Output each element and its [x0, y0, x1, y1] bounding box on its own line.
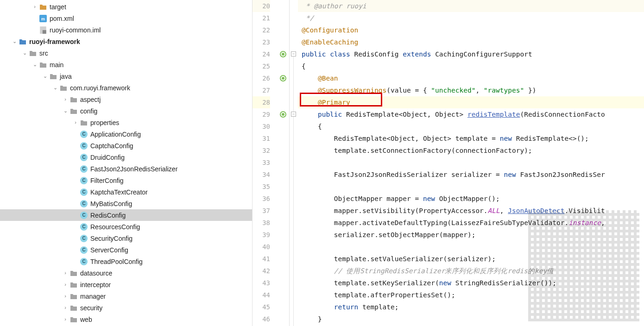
- line-number[interactable]: 41: [253, 253, 270, 265]
- spring-bean-icon[interactable]: [280, 111, 286, 118]
- line-number[interactable]: 40: [253, 241, 270, 253]
- expand-arrow[interactable]: ›: [61, 313, 69, 325]
- tree-item-src[interactable]: ⌄src: [0, 47, 252, 59]
- line-number[interactable]: 24: [253, 48, 270, 60]
- tree-item-redisconfig[interactable]: CRedisConfig: [0, 209, 252, 221]
- code-line[interactable]: {: [298, 120, 644, 132]
- tree-item-securityconfig[interactable]: CSecurityConfig: [0, 232, 252, 244]
- tree-item-interceptor[interactable]: ›interceptor: [0, 279, 252, 290]
- line-number[interactable]: 34: [253, 169, 270, 181]
- line-number-gutter[interactable]: 2021222324252627282930313233343536373839…: [253, 0, 277, 326]
- line-number[interactable]: 29: [253, 108, 270, 120]
- code-area[interactable]: * @author ruoyi */@Configuration@EnableC…: [298, 0, 644, 326]
- code-line[interactable]: @Bean: [298, 72, 644, 84]
- code-line[interactable]: [298, 157, 644, 169]
- spring-bean-icon[interactable]: [280, 75, 286, 82]
- code-line[interactable]: serializer.setObjectMapper(mapper);: [298, 229, 644, 241]
- line-number[interactable]: 37: [253, 205, 270, 217]
- line-number[interactable]: 39: [253, 229, 270, 241]
- code-line[interactable]: template.afterPropertiesSet();: [298, 289, 644, 301]
- tree-item-aspectj[interactable]: ›aspectj: [0, 94, 252, 105]
- line-number[interactable]: 45: [253, 301, 270, 313]
- fold-toggle[interactable]: −: [291, 51, 296, 56]
- code-line[interactable]: @Primary: [298, 96, 644, 108]
- tree-item-serverconfig[interactable]: CServerConfig: [0, 244, 252, 256]
- tree-item-main[interactable]: ⌄main: [0, 59, 252, 70]
- expand-arrow[interactable]: ⌄: [51, 82, 59, 94]
- tree-item-pom-xml[interactable]: mpom.xml: [0, 13, 252, 24]
- tree-item-captchaconfig[interactable]: CCaptchaConfig: [0, 140, 252, 151]
- gutter-icon-slot[interactable]: [277, 108, 289, 120]
- code-line[interactable]: ObjectMapper mapper = new ObjectMapper()…: [298, 193, 644, 205]
- expand-arrow[interactable]: ›: [61, 94, 69, 105]
- expand-arrow[interactable]: ›: [61, 279, 69, 290]
- tree-item-ruoyi-framework[interactable]: ⌄ruoyi-framework: [0, 36, 252, 47]
- line-number[interactable]: 30: [253, 120, 270, 132]
- tree-item-properties[interactable]: ›properties: [0, 117, 252, 128]
- tree-item-java[interactable]: ⌄java: [0, 70, 252, 82]
- line-number[interactable]: 28: [253, 96, 270, 108]
- tree-item-druidconfig[interactable]: CDruidConfig: [0, 151, 252, 163]
- code-line[interactable]: [298, 181, 644, 193]
- tree-item-mybatisconfig[interactable]: CMyBatisConfig: [0, 198, 252, 209]
- gutter-icons[interactable]: [277, 0, 290, 326]
- tree-item-web[interactable]: ›web: [0, 313, 252, 325]
- code-line[interactable]: */: [298, 12, 644, 24]
- expand-arrow[interactable]: ›: [31, 1, 39, 13]
- line-number[interactable]: 38: [253, 217, 270, 229]
- line-number[interactable]: 21: [253, 12, 270, 24]
- fold-strip[interactable]: − −: [290, 0, 298, 326]
- code-line[interactable]: public RedisTemplate<Object, Object> red…: [298, 108, 644, 120]
- code-line[interactable]: @EnableCaching: [298, 36, 644, 48]
- code-line[interactable]: template.setKeySerializer(new StringRedi…: [298, 277, 644, 289]
- line-number[interactable]: 35: [253, 181, 270, 193]
- code-line[interactable]: template.setValueSerializer(serializer);: [298, 253, 644, 265]
- code-line[interactable]: {: [298, 60, 644, 72]
- fold-toggle[interactable]: −: [291, 112, 296, 117]
- line-number[interactable]: 43: [253, 277, 270, 289]
- code-line[interactable]: FastJson2JsonRedisSerializer serializer …: [298, 169, 644, 181]
- expand-arrow[interactable]: ›: [61, 302, 69, 313]
- gutter-icon-slot[interactable]: [277, 48, 289, 60]
- expand-arrow[interactable]: ›: [61, 290, 69, 302]
- tree-item-applicationconfig[interactable]: CApplicationConfig: [0, 128, 252, 140]
- code-line[interactable]: mapper.setVisibility(PropertyAccessor.AL…: [298, 205, 644, 217]
- code-line[interactable]: @SuppressWarnings(value = { "unchecked",…: [298, 84, 644, 96]
- project-tree-panel[interactable]: ›targetmpom.xmlruoyi-common.iml⌄ruoyi-fr…: [0, 0, 253, 326]
- tree-item-ruoyi-common-iml[interactable]: ruoyi-common.iml: [0, 24, 252, 36]
- line-number[interactable]: 36: [253, 193, 270, 205]
- tree-item-security[interactable]: ›security: [0, 302, 252, 313]
- code-line[interactable]: public class RedisConfig extends Caching…: [298, 48, 644, 60]
- line-number[interactable]: 23: [253, 36, 270, 48]
- tree-item-config[interactable]: ⌄config: [0, 105, 252, 117]
- expand-arrow[interactable]: ⌄: [61, 105, 69, 117]
- code-line[interactable]: [298, 241, 644, 253]
- code-line[interactable]: }: [298, 313, 644, 325]
- tree-item-filterconfig[interactable]: CFilterConfig: [0, 175, 252, 186]
- code-line[interactable]: return template;: [298, 301, 644, 313]
- tree-item-com-ruoyi-framework[interactable]: ⌄com.ruoyi.framework: [0, 82, 252, 94]
- line-number[interactable]: 42: [253, 265, 270, 277]
- line-number[interactable]: 46: [253, 313, 270, 325]
- code-line[interactable]: * @author ruoyi: [298, 0, 644, 12]
- line-number[interactable]: 25: [253, 60, 270, 72]
- expand-arrow[interactable]: ⌄: [10, 36, 19, 47]
- expand-arrow[interactable]: ›: [71, 117, 80, 128]
- tree-item-target[interactable]: ›target: [0, 1, 252, 13]
- line-number[interactable]: 32: [253, 144, 270, 157]
- line-number[interactable]: 31: [253, 132, 270, 144]
- expand-arrow[interactable]: ⌄: [31, 59, 39, 70]
- expand-arrow[interactable]: ›: [61, 267, 69, 279]
- line-number[interactable]: 33: [253, 157, 270, 169]
- code-line[interactable]: @Configuration: [298, 24, 644, 36]
- spring-bean-icon[interactable]: [280, 51, 286, 57]
- tree-item-manager[interactable]: ›manager: [0, 290, 252, 302]
- tree-item-datasource[interactable]: ›datasource: [0, 267, 252, 279]
- line-number[interactable]: 44: [253, 289, 270, 301]
- tree-item-threadpoolconfig[interactable]: CThreadPoolConfig: [0, 256, 252, 267]
- code-line[interactable]: mapper.activateDefaultTyping(LaissezFair…: [298, 217, 644, 229]
- line-number[interactable]: 20: [253, 0, 270, 12]
- code-line[interactable]: // 使用StringRedisSerializer来序列化和反序列化redis…: [298, 265, 644, 277]
- gutter-icon-slot[interactable]: [277, 72, 289, 84]
- line-number[interactable]: 22: [253, 24, 270, 36]
